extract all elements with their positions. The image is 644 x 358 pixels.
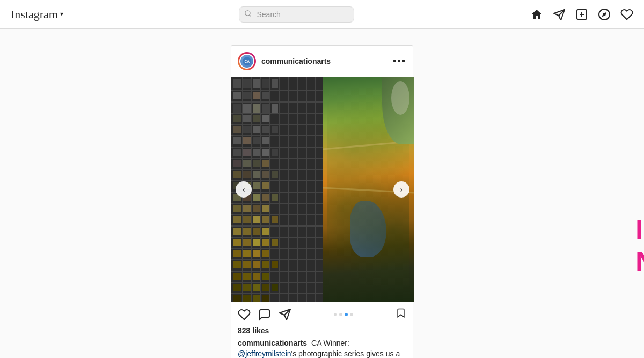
nav-icons	[530, 8, 633, 21]
prev-arrow-button[interactable]: ‹	[236, 181, 252, 198]
post-username[interactable]: communicationarts	[261, 57, 331, 65]
direct-button[interactable]	[553, 9, 566, 20]
post-header: CA communicationarts •••	[231, 46, 413, 77]
search-icon	[244, 10, 252, 19]
home-button[interactable]	[530, 8, 543, 21]
post-card: CA communicationarts •••	[231, 45, 413, 358]
dot-4	[350, 313, 353, 316]
post-image[interactable]: ‹ ›	[231, 77, 414, 302]
save-button[interactable]	[396, 306, 406, 322]
more-options-button[interactable]: •••	[393, 56, 406, 67]
overlay-line1: Instagram ads –	[635, 214, 644, 246]
aerial-scene	[231, 77, 414, 302]
share-button[interactable]	[279, 308, 291, 321]
caption-username[interactable]: communicationarts	[238, 339, 307, 347]
post-actions-left	[238, 308, 291, 321]
search-container	[239, 6, 354, 23]
post-actions	[231, 302, 413, 324]
dot-1	[334, 313, 337, 316]
overlay-ad-text: Instagram ads – NO MORE!	[635, 214, 644, 278]
feed: CA communicationarts •••	[231, 45, 413, 358]
comment-button[interactable]	[258, 308, 271, 321]
logo-chevron-icon: ▾	[60, 10, 63, 18]
like-button[interactable]	[238, 308, 251, 321]
svg-point-0	[245, 11, 250, 16]
post-dots	[334, 311, 353, 318]
search-input[interactable]	[239, 6, 354, 23]
post-caption: communicationarts CA Winner: @jeffreymil…	[231, 337, 413, 358]
logo-text: Instagram	[11, 8, 58, 21]
mention-link[interactable]: @jeffreymilstein	[238, 349, 291, 358]
dot-2	[339, 313, 342, 316]
avatar: CA	[240, 55, 253, 68]
overlay-line2: NO MORE!	[635, 246, 644, 278]
avatar-ring-inner: CA	[239, 54, 254, 69]
navbar: Instagram ▾	[0, 0, 644, 29]
dot-3	[345, 313, 348, 316]
post-likes: 828 likes	[231, 324, 413, 337]
new-post-button[interactable]	[575, 8, 588, 21]
svg-marker-4	[602, 12, 606, 16]
activity-button[interactable]	[620, 8, 633, 21]
next-arrow-button[interactable]: ›	[393, 181, 409, 198]
explore-button[interactable]	[598, 8, 611, 21]
avatar-ring[interactable]: CA	[238, 52, 256, 70]
svg-text:CA: CA	[245, 60, 250, 63]
instagram-logo[interactable]: Instagram ▾	[11, 8, 63, 21]
main-content: CA communicationarts •••	[0, 29, 644, 358]
post-user: CA communicationarts	[238, 52, 331, 70]
